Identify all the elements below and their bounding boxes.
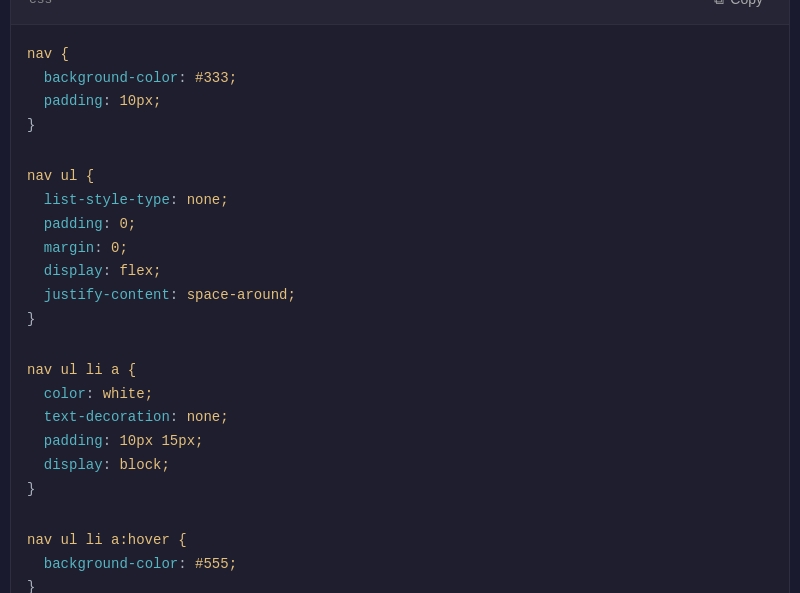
- code-line: nav ul li a {: [27, 359, 773, 383]
- property: text-decoration: [44, 409, 170, 425]
- code-line: nav ul li a:hover {: [27, 529, 773, 553]
- copy-icon: ⧉: [714, 0, 724, 8]
- value: flex;: [119, 263, 161, 279]
- punctuation: :: [103, 263, 120, 279]
- value: block;: [119, 457, 169, 473]
- code-line: nav {: [27, 43, 773, 67]
- value: #333;: [195, 70, 237, 86]
- property: background-color: [44, 556, 178, 572]
- brace: }: [27, 117, 35, 133]
- value: none;: [187, 409, 229, 425]
- brace: }: [27, 579, 35, 593]
- code-line: padding: 10px 15px;: [27, 430, 773, 454]
- code-line: background-color: #555;: [27, 553, 773, 577]
- value: 10px 15px;: [119, 433, 203, 449]
- code-line: list-style-type: none;: [27, 189, 773, 213]
- code-line: justify-content: space-around;: [27, 284, 773, 308]
- property: color: [44, 386, 86, 402]
- code-block: css ⧉ Copy nav { background-color: #333;…: [10, 0, 790, 593]
- code-body: nav { background-color: #333; padding: 1…: [11, 25, 789, 593]
- value: space-around;: [187, 287, 296, 303]
- property: justify-content: [44, 287, 170, 303]
- punctuation: :: [170, 409, 187, 425]
- code-line: }: [27, 576, 773, 593]
- blank-line: [27, 138, 773, 165]
- selector: nav ul {: [27, 168, 94, 184]
- brace: }: [27, 311, 35, 327]
- property: padding: [44, 433, 103, 449]
- punctuation: :: [170, 287, 187, 303]
- punctuation: :: [103, 457, 120, 473]
- punctuation: :: [178, 556, 195, 572]
- code-line: background-color: #333;: [27, 67, 773, 91]
- value: 0;: [111, 240, 128, 256]
- punctuation: :: [103, 216, 120, 232]
- selector: nav {: [27, 46, 69, 62]
- property: padding: [44, 93, 103, 109]
- copy-label: Copy: [730, 0, 763, 7]
- property: margin: [44, 240, 94, 256]
- property: display: [44, 457, 103, 473]
- code-line: }: [27, 114, 773, 138]
- punctuation: :: [86, 386, 103, 402]
- code-line: display: block;: [27, 454, 773, 478]
- language-label: css: [29, 0, 52, 7]
- code-line: display: flex;: [27, 260, 773, 284]
- property: display: [44, 263, 103, 279]
- value: none;: [187, 192, 229, 208]
- punctuation: :: [103, 93, 120, 109]
- code-line: padding: 10px;: [27, 90, 773, 114]
- punctuation: :: [178, 70, 195, 86]
- punctuation: :: [103, 433, 120, 449]
- blank-line: [27, 332, 773, 359]
- code-line: padding: 0;: [27, 213, 773, 237]
- code-line: text-decoration: none;: [27, 406, 773, 430]
- selector: nav ul li a:hover {: [27, 532, 187, 548]
- punctuation: :: [94, 240, 111, 256]
- value: 0;: [119, 216, 136, 232]
- blank-line: [27, 502, 773, 529]
- code-line: nav ul {: [27, 165, 773, 189]
- code-header: css ⧉ Copy: [11, 0, 789, 25]
- code-line: margin: 0;: [27, 237, 773, 261]
- value: #555;: [195, 556, 237, 572]
- selector: nav ul li a {: [27, 362, 136, 378]
- value: white;: [103, 386, 153, 402]
- code-line: }: [27, 478, 773, 502]
- brace: }: [27, 481, 35, 497]
- value: 10px;: [119, 93, 161, 109]
- property: padding: [44, 216, 103, 232]
- code-line: color: white;: [27, 383, 773, 407]
- code-line: }: [27, 308, 773, 332]
- property: background-color: [44, 70, 178, 86]
- punctuation: :: [170, 192, 187, 208]
- property: list-style-type: [44, 192, 170, 208]
- copy-button[interactable]: ⧉ Copy: [706, 0, 771, 12]
